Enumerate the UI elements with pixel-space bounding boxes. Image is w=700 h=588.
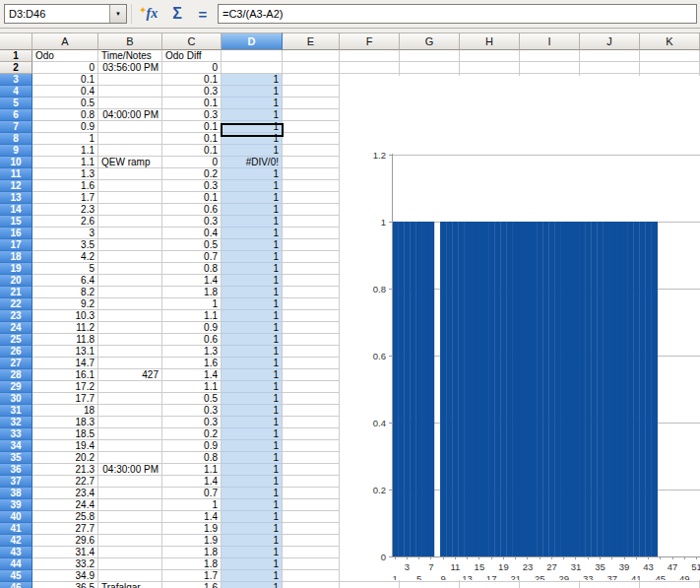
cell-c39[interactable]: 1 bbox=[162, 499, 222, 511]
cell-e38[interactable] bbox=[283, 488, 340, 499]
cell-b4[interactable] bbox=[98, 86, 162, 98]
cell-d21[interactable]: 1 bbox=[222, 287, 283, 298]
row-header-15[interactable]: 15 bbox=[0, 216, 32, 228]
cell-d2[interactable] bbox=[222, 62, 283, 74]
cell-e22[interactable] bbox=[283, 298, 340, 310]
cell-d40[interactable]: 1 bbox=[222, 511, 283, 523]
cell-c7[interactable]: 0.1 bbox=[162, 121, 222, 133]
cell-e7[interactable] bbox=[283, 121, 340, 133]
cell-d32[interactable]: 1 bbox=[222, 417, 283, 428]
cell-h1[interactable] bbox=[460, 50, 520, 62]
cell-c3[interactable]: 0.1 bbox=[162, 74, 222, 86]
cell-d15[interactable]: 1 bbox=[222, 216, 283, 228]
cell-c13[interactable]: 0.1 bbox=[162, 192, 222, 204]
cell-d7[interactable]: 1 bbox=[222, 121, 283, 133]
cell-a27[interactable]: 14.7 bbox=[32, 358, 98, 369]
row-header-39[interactable]: 39 bbox=[0, 499, 32, 511]
cell-a22[interactable]: 9.2 bbox=[32, 298, 98, 310]
cell-c16[interactable]: 0.4 bbox=[162, 228, 222, 239]
cell-c46[interactable]: 1.6 bbox=[162, 582, 222, 588]
cell-a29[interactable]: 17.2 bbox=[32, 381, 98, 393]
row-header-7[interactable]: 7 bbox=[0, 121, 32, 133]
cell-e30[interactable] bbox=[283, 393, 340, 405]
cell-e39[interactable] bbox=[283, 499, 340, 511]
row-header-40[interactable]: 40 bbox=[0, 511, 32, 523]
formula-input[interactable] bbox=[218, 4, 697, 24]
cell-c38[interactable]: 0.7 bbox=[162, 488, 222, 499]
cell-c32[interactable]: 0.3 bbox=[162, 417, 222, 428]
select-all-corner[interactable] bbox=[0, 33, 32, 50]
row-header-1[interactable]: 1 bbox=[0, 50, 32, 62]
cell-j2[interactable] bbox=[580, 62, 640, 74]
cell-c37[interactable]: 1.4 bbox=[162, 476, 222, 488]
cell-g1[interactable] bbox=[400, 50, 460, 62]
cell-i1[interactable] bbox=[520, 50, 580, 62]
row-header-2[interactable]: 2 bbox=[0, 62, 32, 74]
row-header-36[interactable]: 36 bbox=[0, 464, 32, 476]
row-header-11[interactable]: 11 bbox=[0, 168, 32, 180]
row-header-43[interactable]: 43 bbox=[0, 547, 32, 558]
cell-e31[interactable] bbox=[283, 405, 340, 417]
cell-f46[interactable] bbox=[340, 582, 400, 588]
cell-i2[interactable] bbox=[520, 62, 580, 74]
cell-c25[interactable]: 0.6 bbox=[162, 334, 222, 346]
cell-d24[interactable]: 1 bbox=[222, 322, 283, 334]
cell-a8[interactable]: 1 bbox=[32, 133, 98, 145]
cell-c29[interactable]: 1.1 bbox=[162, 381, 222, 393]
cell-e12[interactable] bbox=[283, 180, 340, 192]
row-header-6[interactable]: 6 bbox=[0, 109, 32, 121]
cell-j46[interactable] bbox=[580, 582, 640, 588]
cell-k1[interactable] bbox=[640, 50, 700, 62]
column-header-j[interactable]: J bbox=[580, 33, 640, 50]
cell-e2[interactable] bbox=[283, 62, 340, 74]
row-header-35[interactable]: 35 bbox=[0, 452, 32, 464]
row-header-22[interactable]: 22 bbox=[0, 298, 32, 310]
row-header-24[interactable]: 24 bbox=[0, 322, 32, 334]
cell-c45[interactable]: 1.7 bbox=[162, 570, 222, 582]
cell-b28[interactable]: 427 bbox=[98, 369, 162, 381]
cell-a16[interactable]: 3 bbox=[32, 228, 98, 239]
cell-d9[interactable]: 1 bbox=[222, 145, 283, 157]
cell-g2[interactable] bbox=[400, 62, 460, 74]
row-header-5[interactable]: 5 bbox=[0, 98, 32, 109]
column-header-h[interactable]: H bbox=[460, 33, 520, 50]
cell-a39[interactable]: 24.4 bbox=[32, 499, 98, 511]
row-header-25[interactable]: 25 bbox=[0, 334, 32, 346]
cell-b13[interactable] bbox=[98, 192, 162, 204]
cell-a2[interactable]: 0 bbox=[32, 62, 98, 74]
cell-a40[interactable]: 25.8 bbox=[32, 511, 98, 523]
cell-d37[interactable]: 1 bbox=[222, 476, 283, 488]
cell-a30[interactable]: 17.7 bbox=[32, 393, 98, 405]
cell-c15[interactable]: 0.3 bbox=[162, 216, 222, 228]
cell-b41[interactable] bbox=[98, 523, 162, 535]
cell-d25[interactable]: 1 bbox=[222, 334, 283, 346]
cell-a7[interactable]: 0.9 bbox=[32, 121, 98, 133]
row-header-34[interactable]: 34 bbox=[0, 440, 32, 452]
cell-e34[interactable] bbox=[283, 440, 340, 452]
cell-c22[interactable]: 1 bbox=[162, 298, 222, 310]
row-header-38[interactable]: 38 bbox=[0, 488, 32, 499]
cell-e19[interactable] bbox=[283, 263, 340, 275]
cell-e44[interactable] bbox=[283, 558, 340, 570]
cell-e4[interactable] bbox=[283, 86, 340, 98]
column-header-g[interactable]: G bbox=[400, 33, 460, 50]
column-header-f[interactable]: F bbox=[340, 33, 400, 50]
row-header-42[interactable]: 42 bbox=[0, 535, 32, 547]
cell-b36[interactable]: 04:30:00 PM bbox=[98, 464, 162, 476]
cell-d36[interactable]: 1 bbox=[222, 464, 283, 476]
row-header-28[interactable]: 28 bbox=[0, 369, 32, 381]
row-header-46[interactable]: 46 bbox=[0, 582, 32, 588]
cell-c44[interactable]: 1.8 bbox=[162, 558, 222, 570]
cell-a41[interactable]: 27.7 bbox=[32, 523, 98, 535]
cell-a33[interactable]: 18.5 bbox=[32, 428, 98, 440]
cell-c42[interactable]: 1.9 bbox=[162, 535, 222, 547]
cell-e1[interactable] bbox=[283, 50, 340, 62]
cell-d13[interactable]: 1 bbox=[222, 192, 283, 204]
cell-b8[interactable] bbox=[98, 133, 162, 145]
cell-b40[interactable] bbox=[98, 511, 162, 523]
column-header-k[interactable]: K bbox=[640, 33, 700, 50]
row-header-19[interactable]: 19 bbox=[0, 263, 32, 275]
row-header-44[interactable]: 44 bbox=[0, 558, 32, 570]
cell-a25[interactable]: 11.8 bbox=[32, 334, 98, 346]
cell-b31[interactable] bbox=[98, 405, 162, 417]
